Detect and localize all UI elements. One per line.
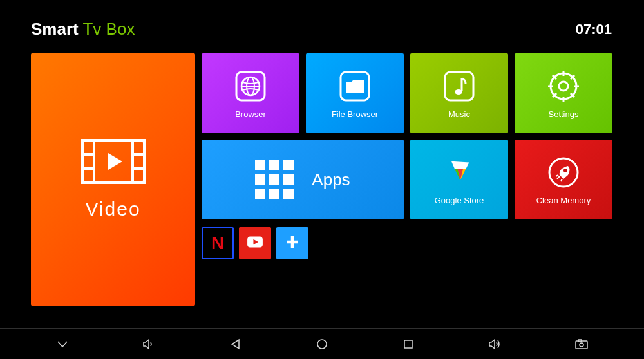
netflix-shortcut[interactable]: N [202,227,234,259]
logo: Smart Tv Box [31,19,135,39]
logo-smart: Smart [31,19,79,39]
nav-home-button[interactable] [314,336,330,352]
svg-point-16 [559,82,568,91]
tile-row-1: Browser File Browser Music Settings [202,53,612,133]
settings-tile[interactable]: Settings [515,53,612,133]
svg-point-14 [455,89,462,95]
right-column: Browser File Browser Music Settings [202,53,612,306]
plus-icon [283,232,302,254]
settings-label: Settings [549,109,579,119]
nav-dismiss-button[interactable] [55,336,70,352]
nav-screenshot-button[interactable] [574,336,589,352]
google-store-label: Google Store [435,196,484,205]
youtube-shortcut[interactable] [239,227,271,259]
clean-memory-tile[interactable]: Clean Memory [515,140,612,219]
main-grid: Video Browser File Browser Music [0,53,644,306]
nav-recent-button[interactable] [401,336,416,352]
nav-back-button[interactable] [228,336,243,352]
video-tile[interactable]: Video [31,53,195,306]
film-icon [81,139,146,187]
play-store-icon [441,154,477,190]
file-browser-tile[interactable]: File Browser [306,53,404,133]
svg-rect-37 [404,340,412,348]
square-icon [402,338,414,350]
clean-memory-label: Clean Memory [536,196,591,205]
back-triangle-icon [229,338,242,351]
svg-marker-7 [108,153,122,170]
add-shortcut[interactable] [276,227,308,259]
nav-volume-down-button[interactable] [141,336,156,352]
file-browser-label: File Browser [332,109,378,119]
chevron-down-icon [56,338,69,351]
apps-tile[interactable]: Apps [202,140,404,219]
svg-point-39 [580,343,583,347]
video-label: Video [85,198,140,220]
svg-rect-38 [576,341,587,349]
nav-volume-up-button[interactable] [488,336,503,352]
volume-down-icon [142,337,156,351]
music-label: Music [448,109,470,119]
youtube-icon [244,231,266,255]
apps-label: Apps [312,170,350,190]
netflix-icon: N [211,233,224,253]
google-store-tile[interactable]: Google Store [410,140,508,219]
circle-icon [316,338,328,351]
shortcut-row: N [202,227,612,259]
svg-point-30 [564,169,567,172]
globe-icon [232,68,269,104]
clock: 07:01 [576,21,618,38]
nav-bar [0,328,644,359]
logo-tv: Tv [82,19,101,39]
header: Smart Tv Box 07:01 [0,0,644,46]
rocket-icon [545,154,582,190]
tile-row-2: Apps Google Store Clean Memory [202,140,612,219]
music-note-icon [441,68,477,104]
browser-label: Browser [235,109,266,119]
svg-rect-2 [133,140,144,183]
camera-icon [574,338,589,350]
apps-grid-icon [255,160,294,199]
svg-rect-1 [82,140,94,183]
svg-rect-13 [445,72,473,100]
browser-tile[interactable]: Browser [202,53,299,133]
volume-up-icon [488,337,503,351]
gear-icon [545,68,582,104]
svg-point-36 [317,340,327,349]
music-tile[interactable]: Music [410,53,508,133]
svg-marker-35 [232,340,239,349]
folder-icon [337,68,373,104]
logo-box: Box [106,19,135,39]
